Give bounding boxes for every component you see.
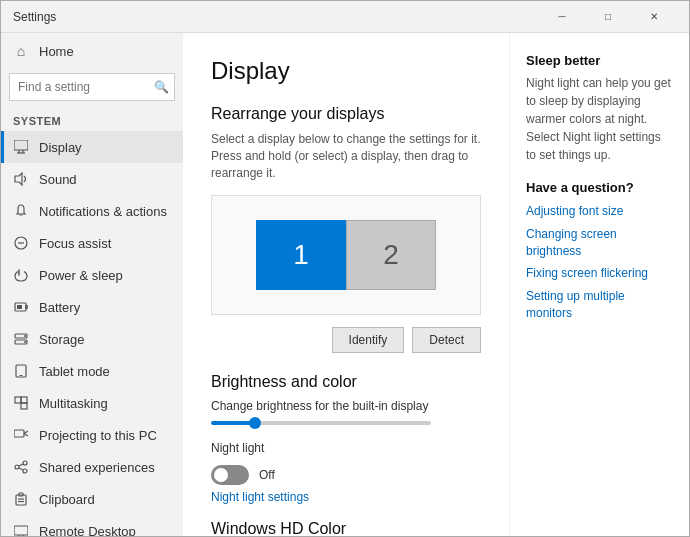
home-icon: ⌂ (13, 43, 29, 59)
night-light-toggle[interactable] (211, 465, 249, 485)
sidebar-item-home[interactable]: ⌂ Home (1, 33, 183, 69)
hd-color-title: Windows HD Color (211, 520, 481, 536)
sidebar-item-sound[interactable]: Sound (1, 163, 183, 195)
main-content: Display Rearrange your displays Select a… (183, 33, 509, 536)
sidebar-item-display[interactable]: Display (1, 131, 183, 163)
sound-label: Sound (39, 172, 77, 187)
help-link-0[interactable]: Adjusting font size (526, 203, 673, 220)
tablet-label: Tablet mode (39, 364, 110, 379)
sleep-desc: Night light can help you get to sleep by… (526, 74, 673, 164)
notifications-icon (13, 203, 29, 219)
sidebar-item-focus[interactable]: Focus assist (1, 227, 183, 259)
remote-label: Remote Desktop (39, 524, 136, 537)
shared-icon (13, 459, 29, 475)
svg-point-25 (15, 465, 19, 469)
sidebar-item-battery[interactable]: Battery (1, 291, 183, 323)
display-label: Display (39, 140, 82, 155)
search-input[interactable] (9, 73, 175, 101)
svg-line-23 (24, 434, 28, 437)
focus-icon (13, 235, 29, 251)
sidebar-item-power[interactable]: Power & sleep (1, 259, 183, 291)
svg-point-15 (24, 341, 26, 343)
svg-rect-18 (15, 397, 21, 403)
projecting-label: Projecting to this PC (39, 428, 157, 443)
tablet-icon (13, 363, 29, 379)
svg-point-26 (23, 469, 27, 473)
night-light-label: Night light (211, 441, 264, 455)
maximize-button[interactable]: □ (585, 1, 631, 33)
help-link-2[interactable]: Fixing screen flickering (526, 265, 673, 282)
sidebar: ⌂ Home 🔍 System Display Sound (1, 33, 183, 536)
power-icon (13, 267, 29, 283)
close-button[interactable]: ✕ (631, 1, 677, 33)
sidebar-item-clipboard[interactable]: Clipboard (1, 483, 183, 515)
minimize-button[interactable]: ─ (539, 1, 585, 33)
sidebar-item-tablet[interactable]: Tablet mode (1, 355, 183, 387)
svg-line-28 (19, 468, 23, 470)
settings-window: Settings ─ □ ✕ ⌂ Home 🔍 System Display (0, 0, 690, 537)
night-light-state: Off (259, 468, 275, 482)
help-link-3[interactable]: Setting up multiple monitors (526, 288, 673, 322)
page-title: Display (211, 57, 481, 85)
remote-icon (13, 523, 29, 536)
display-icon (13, 139, 29, 155)
monitor-area: 1 2 (211, 195, 481, 315)
titlebar: Settings ─ □ ✕ (1, 1, 689, 33)
titlebar-title: Settings (13, 10, 539, 24)
help-link-1[interactable]: Changing screen brightness (526, 226, 673, 260)
brightness-label: Change brightness for the built-in displ… (211, 399, 481, 413)
question-title: Have a question? (526, 180, 673, 195)
content-area: ⌂ Home 🔍 System Display Sound (1, 33, 689, 536)
night-light-settings-link[interactable]: Night light settings (211, 490, 309, 504)
svg-point-24 (23, 461, 27, 465)
sidebar-search-container: 🔍 (9, 73, 175, 101)
svg-rect-21 (14, 430, 24, 437)
svg-point-14 (24, 335, 26, 337)
projecting-icon (13, 427, 29, 443)
svg-rect-20 (21, 397, 27, 403)
sidebar-item-shared[interactable]: Shared experiences (1, 451, 183, 483)
right-panel: Sleep better Night light can help you ge… (509, 33, 689, 536)
sidebar-section-label: System (1, 109, 183, 131)
svg-line-22 (24, 431, 28, 434)
sleep-title: Sleep better (526, 53, 673, 68)
clipboard-icon (13, 491, 29, 507)
night-light-section: Night light Off (211, 441, 481, 485)
brightness-slider-container: Change brightness for the built-in displ… (211, 399, 481, 425)
svg-line-27 (19, 464, 23, 466)
monitor-buttons: Identify Detect (211, 327, 481, 353)
battery-label: Battery (39, 300, 80, 315)
monitor-1[interactable]: 1 (256, 220, 346, 290)
sidebar-item-notifications[interactable]: Notifications & actions (1, 195, 183, 227)
sidebar-item-storage[interactable]: Storage (1, 323, 183, 355)
slider-thumb (249, 417, 261, 429)
brightness-slider[interactable] (211, 421, 431, 425)
sound-icon (13, 171, 29, 187)
svg-rect-11 (17, 305, 22, 309)
sidebar-item-projecting[interactable]: Projecting to this PC (1, 419, 183, 451)
battery-icon (13, 299, 29, 315)
storage-icon (13, 331, 29, 347)
sidebar-item-remote[interactable]: Remote Desktop (1, 515, 183, 536)
rearrange-desc: Select a display below to change the set… (211, 131, 481, 181)
svg-marker-4 (15, 173, 22, 185)
multitasking-label: Multitasking (39, 396, 108, 411)
search-icon: 🔍 (154, 80, 169, 94)
sidebar-home-label: Home (39, 44, 74, 59)
detect-button[interactable]: Detect (412, 327, 481, 353)
notifications-label: Notifications & actions (39, 204, 167, 219)
rearrange-title: Rearrange your displays (211, 105, 481, 123)
svg-rect-33 (14, 526, 28, 535)
monitor-2[interactable]: 2 (346, 220, 436, 290)
sidebar-item-multitasking[interactable]: Multitasking (1, 387, 183, 419)
toggle-thumb (214, 468, 228, 482)
night-light-toggle-row: Off (211, 465, 481, 485)
svg-rect-19 (21, 403, 27, 409)
titlebar-controls: ─ □ ✕ (539, 1, 677, 33)
focus-label: Focus assist (39, 236, 111, 251)
power-label: Power & sleep (39, 268, 123, 283)
clipboard-label: Clipboard (39, 492, 95, 507)
storage-label: Storage (39, 332, 85, 347)
identify-button[interactable]: Identify (332, 327, 405, 353)
brightness-title: Brightness and color (211, 373, 481, 391)
